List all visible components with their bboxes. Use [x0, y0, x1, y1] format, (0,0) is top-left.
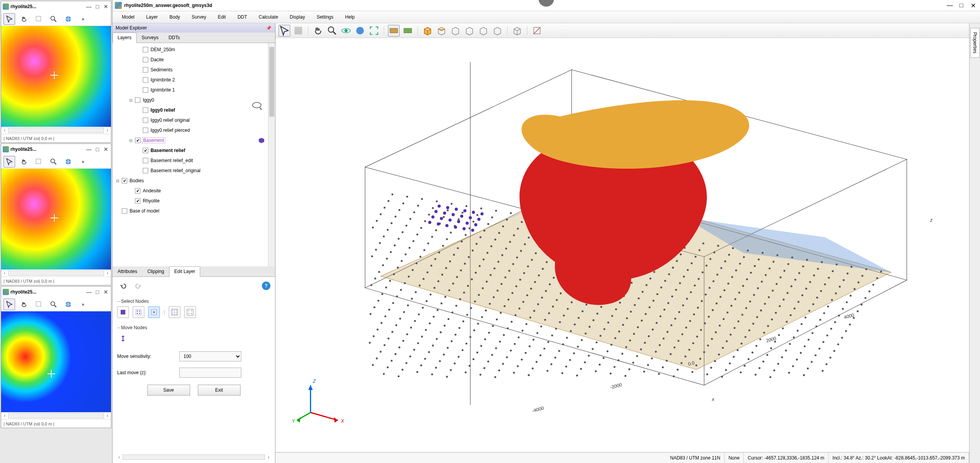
checkbox[interactable]	[135, 198, 140, 204]
exit-button[interactable]: Exit	[198, 385, 241, 396]
globe-tool[interactable]	[62, 13, 74, 25]
mini-map-1[interactable]	[1, 26, 111, 127]
grid-sparse-button[interactable]	[184, 306, 196, 318]
checkbox[interactable]	[143, 148, 148, 153]
checkbox[interactable]	[122, 208, 127, 214]
globe-tool[interactable]	[62, 156, 74, 168]
checkbox[interactable]	[143, 57, 148, 62]
layer-vis-2[interactable]	[402, 25, 414, 36]
scroll-left[interactable]: ‹	[1, 128, 8, 133]
minimize-button[interactable]: —	[85, 289, 92, 295]
select-lasso-button[interactable]	[148, 306, 160, 318]
bottom-tab-attributes[interactable]: Attributes	[113, 266, 142, 276]
pan-tool[interactable]	[18, 299, 30, 310]
checkbox[interactable]	[135, 138, 140, 143]
zoom-box-tool[interactable]	[33, 299, 45, 310]
menu-survey[interactable]: Survey	[186, 12, 211, 22]
orbit-tool[interactable]	[340, 25, 352, 36]
tree-item[interactable]: Dacite	[113, 55, 275, 65]
minimize-button[interactable]: —	[945, 1, 954, 10]
tree-item[interactable]: DEM_250m	[113, 45, 275, 55]
checkbox[interactable]	[143, 77, 148, 83]
section-tool[interactable]	[531, 25, 543, 36]
menu-ddt[interactable]: DDT	[232, 12, 253, 22]
close-button[interactable]: ✕	[102, 146, 109, 153]
tree-item[interactable]: Iggy0 relief	[113, 105, 275, 115]
properties-tab[interactable]: Properties	[970, 28, 980, 58]
pan-tool[interactable]	[18, 156, 30, 168]
redo-button[interactable]	[133, 280, 144, 292]
close-button[interactable]: ✕	[102, 289, 109, 295]
menu-settings[interactable]: Settings	[311, 12, 339, 22]
checkbox[interactable]	[143, 107, 148, 113]
checkbox[interactable]	[143, 168, 148, 173]
tree-item[interactable]: Base of model	[113, 206, 275, 216]
checkbox[interactable]	[143, 87, 148, 93]
tree-item[interactable]: Iggy0 relief pierced	[113, 125, 275, 135]
maximize-button[interactable]: □	[957, 1, 966, 10]
menu-calculate[interactable]: Calculate	[253, 12, 284, 22]
scrollbar[interactable]	[8, 413, 104, 418]
tree-item[interactable]: Ignimbrite 2	[113, 75, 275, 85]
zoom-box-tool[interactable]	[33, 156, 45, 168]
minimize-button[interactable]: —	[85, 3, 92, 10]
pan-tool[interactable]	[312, 25, 324, 36]
checkbox[interactable]	[143, 128, 148, 133]
tree-scrollbar[interactable]	[268, 43, 275, 266]
tree-item[interactable]: ⊟Iggy0	[113, 95, 275, 105]
select-all-button[interactable]	[117, 306, 129, 318]
tree-item[interactable]: Andesite	[113, 186, 275, 196]
more-tools[interactable]: »	[77, 13, 89, 25]
tree-item[interactable]: Rhyolite	[113, 196, 275, 206]
checkbox[interactable]	[135, 97, 140, 103]
cube-front[interactable]	[422, 25, 433, 36]
scroll-left[interactable]: ‹	[1, 413, 8, 418]
pointer-tool[interactable]	[3, 156, 15, 168]
checkbox[interactable]	[135, 188, 140, 193]
bottom-tab-clipping[interactable]: Clipping	[142, 266, 169, 276]
zoom-tool[interactable]	[48, 156, 59, 168]
globe-tool[interactable]	[354, 25, 366, 36]
layer-tree[interactable]: DEM_250mDaciteSedimentsIgnimbrite 2Ignim…	[113, 43, 275, 266]
explorer-tab-surveys[interactable]: Surveys	[137, 33, 163, 43]
move-z-button[interactable]	[117, 333, 129, 344]
scrollbar[interactable]	[8, 270, 104, 276]
disk-tool[interactable]	[293, 25, 304, 36]
menu-layer[interactable]: Layer	[141, 12, 163, 22]
mini-map-3[interactable]	[1, 311, 111, 412]
explorer-tab-layers[interactable]: Layers	[113, 33, 137, 43]
checkbox[interactable]	[143, 158, 148, 163]
close-button[interactable]: ✕	[968, 1, 978, 10]
pointer-tool[interactable]	[279, 25, 290, 36]
pin-icon[interactable]: 📌	[266, 25, 272, 31]
zoom-tool[interactable]	[48, 299, 59, 310]
cube-top[interactable]	[450, 25, 461, 36]
menu-model[interactable]: Model	[116, 12, 140, 22]
cube-iso[interactable]	[511, 25, 523, 36]
minimize-button[interactable]: —	[85, 146, 92, 153]
maximize-button[interactable]: □	[94, 289, 101, 295]
checkbox[interactable]	[143, 47, 148, 52]
tree-item[interactable]: Basement relief_edit	[113, 155, 275, 166]
tree-item[interactable]: Basement relief_original	[113, 166, 275, 176]
tree-item[interactable]: Basement relief	[113, 145, 275, 155]
pointer-tool[interactable]	[3, 299, 15, 310]
tree-item[interactable]: Iggy0 relief original	[113, 115, 275, 125]
globe-tool[interactable]	[62, 299, 74, 310]
zoom-tool[interactable]	[326, 25, 338, 36]
scroll-right[interactable]: ›	[104, 128, 111, 133]
layer-vis-1[interactable]	[388, 25, 400, 36]
explorer-tab-ddts[interactable]: DDTs	[163, 33, 185, 43]
menu-help[interactable]: Help	[340, 12, 360, 22]
cube-back[interactable]	[436, 25, 447, 36]
cube-left[interactable]	[478, 25, 489, 36]
last-move-input[interactable]	[179, 368, 241, 378]
grid-dense-button[interactable]	[169, 306, 180, 318]
undo-button[interactable]	[117, 280, 129, 292]
checkbox[interactable]	[122, 178, 127, 183]
zoom-box-tool[interactable]	[33, 13, 45, 25]
scrollbar[interactable]	[123, 454, 265, 460]
cube-bottom[interactable]	[464, 25, 475, 36]
pan-tool[interactable]	[18, 13, 30, 25]
pointer-tool[interactable]	[3, 13, 15, 25]
